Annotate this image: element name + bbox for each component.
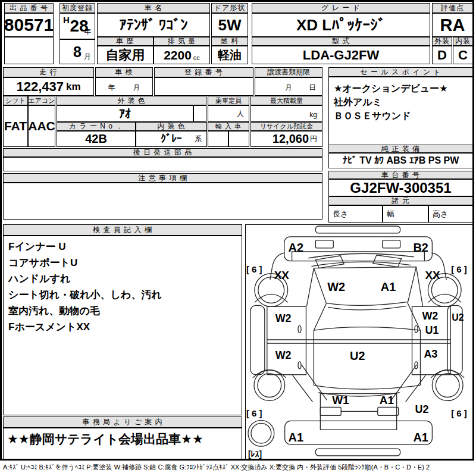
mark-door-rear-left: W2 [275, 349, 292, 361]
car-outline [248, 226, 464, 456]
displacement-unit: cc [193, 54, 200, 61]
door-handle-front-right [415, 325, 418, 333]
door-gap-lines [267, 340, 450, 343]
mark-roof: U2 [350, 349, 365, 362]
c-pillar-right-1 [392, 365, 417, 400]
equipment-label: 純 正 装 備 [381, 145, 420, 153]
mark-tire-rear-right: [ 6 ] [451, 408, 467, 418]
import-label: 輸 入 車 [215, 122, 242, 131]
mark-tire-front-left: [ 6 ] [246, 264, 262, 274]
mark-tire-front-right: [ 6 ] [451, 264, 467, 274]
history-label: 車 歴 [116, 37, 134, 46]
mark-tire-rear-left: [ 6 ] [246, 408, 262, 418]
int-color-label: 内 装 色 [157, 122, 186, 131]
month-unit: 月 [84, 52, 91, 62]
car-name-label: 車 名 [145, 3, 162, 13]
mark-quarter-right: U2 [415, 403, 429, 415]
tail-light-left [320, 407, 341, 415]
capacity-unit: 人 [237, 109, 244, 119]
color-no-label: カ ラ ー N o ． [69, 122, 124, 131]
sill-left [250, 305, 265, 374]
deadline-header: 譲渡書類期限 [255, 67, 322, 77]
auction-no-header: 出 品 番 号 [4, 3, 54, 13]
car-diagram-box: A2 B2 XX XX [ 6 ] [ 6 ] W2 A1 W2 W2 W2 U… [245, 224, 473, 459]
era-letter: H [63, 15, 70, 25]
mark-spare-tire: [ﾚｽ] [248, 449, 262, 459]
door-handle-front-left [298, 325, 301, 333]
capacity-header: 乗車定員 [208, 96, 249, 105]
legend-line: A:ｷｽﾞ U:ﾍｺﾐ B:ｷｽﾞを伴うﾍｺﾐ P:要塗装 W:補修跡 S:錆 … [3, 463, 473, 474]
inspector-line: シート切れ・破れ小、しわ、汚れ [8, 287, 162, 303]
fuel-header: 燃 料 [211, 37, 248, 46]
rear-window-curve [314, 386, 420, 389]
shift-label: シフト [5, 96, 26, 105]
office-notice-box: ★★静岡サテライト会場出品車★★ [3, 428, 242, 459]
later-parts-label: 後 日 発 送 部 品 [133, 148, 193, 157]
sales-point-box: ★オークションデビュー★ 社外アルミ ＢＯＳＥサウンド [328, 77, 473, 147]
deadline-value: 月 日 [255, 77, 322, 96]
import-cell-2 [228, 131, 249, 147]
specs-label: 諸 元 [392, 196, 409, 205]
reg-number-value [154, 77, 253, 96]
model-code-label: 型 式 [332, 37, 350, 46]
hood-inner-curve [328, 306, 406, 310]
later-parts-header: 後 日 発 送 部 品 [3, 148, 322, 157]
inspector-line: コアサポートU [8, 255, 77, 271]
inspection-month-unit: 月 [133, 83, 140, 93]
inspector-line: 室内汚れ、動物の毛 [8, 303, 100, 319]
c-pillar-right-2 [406, 375, 426, 402]
front-bumper-shape [284, 237, 433, 261]
car-name-header: 車 名 [97, 3, 210, 13]
exterior-grade-value: D [432, 46, 452, 64]
shift-value: FAT [3, 105, 28, 147]
mark-side-right: U2 [452, 312, 464, 322]
first-reg-month-cell: 8 月 [60, 39, 95, 64]
c-pillar-left-2 [293, 375, 313, 402]
recycle-unit: 円 [310, 134, 317, 144]
mileage-value: 122,437 km [3, 77, 94, 96]
equipment-value: ﾅﾋﾞ TV ｶﾜ ABS ｴｱB PS PW [328, 153, 473, 168]
caution-box [3, 183, 322, 220]
import-cell-1 [208, 131, 228, 147]
windshield-top-curve [308, 253, 414, 258]
aircon-header: エアコン [28, 96, 55, 105]
rear-bumper-shape [285, 421, 433, 444]
color-no-header: カ ラ ー N o ． [57, 122, 136, 131]
equipment-header: 純 正 装 備 [328, 145, 473, 153]
inspection-value: 年 月 [95, 77, 153, 96]
max-load-label: 最大積載量 [270, 96, 303, 105]
car-name-value: ｱﾃﾝｻﾞ ﾜｺﾞﾝ [97, 13, 210, 37]
mileage-header: 走 行 [3, 67, 94, 77]
displacement-number: 2200 [164, 48, 192, 62]
cabin-left-edge [314, 303, 326, 385]
chassis-no-value: GJ2FW-300351 [328, 179, 473, 196]
mark-door-front-right: W2 [422, 310, 438, 322]
front-grille-right [383, 240, 400, 248]
mark-hood-right: A1 [381, 280, 396, 293]
door-shape-header: ドア形状 [211, 3, 248, 13]
recycle-label: リサイクル預託金 [260, 122, 313, 131]
inspector-line: ハンドルすれ [8, 271, 70, 287]
spec-width-cell: 幅 [383, 205, 428, 223]
mark-rear-bumper-left: A1 [289, 431, 303, 444]
inspector-line: FホースメントXX [8, 319, 90, 335]
caution-label: 注 意 事 項 欄 [138, 173, 187, 183]
max-load-header: 最大積載量 [250, 96, 322, 105]
roof-rack-front-bar [315, 226, 400, 233]
interior-grade-value: C [453, 46, 473, 64]
spec-height-cell: 高さ [428, 205, 473, 223]
shift-header: シフト [3, 96, 28, 105]
history-header: 車 歴 [97, 37, 154, 46]
spare-tire [248, 420, 274, 446]
model-code-value: LDA-GJ2FW [252, 46, 430, 64]
grade-value: XD Lﾊﾟｯｹｰｼﾞ [252, 13, 430, 37]
caution-header: 注 意 事 項 欄 [3, 173, 322, 183]
mark-fender-right: XX [425, 269, 440, 281]
sales-point-line: ★オークションデビュー★ [334, 82, 448, 95]
mileage-unit: km [66, 81, 81, 93]
deadline-label: 譲渡書類期限 [267, 67, 310, 77]
aircon-label: エアコン [28, 96, 55, 105]
mark-door-front-right-sub: U1 [425, 324, 439, 336]
spec-length-cell: 長さ [328, 205, 383, 223]
model-code-header: 型 式 [252, 37, 430, 46]
